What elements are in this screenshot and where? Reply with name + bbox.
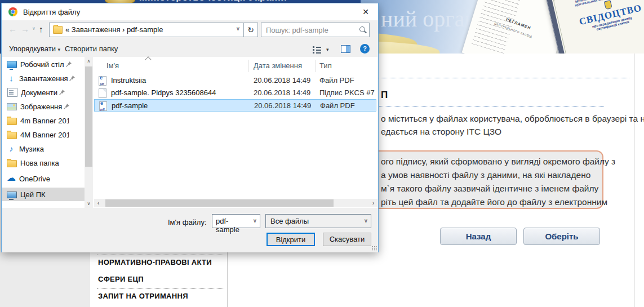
sidebar-item-label: Завантаження <box>19 74 68 83</box>
column-header-type[interactable]: Тип <box>319 61 332 70</box>
sidebar-scrollbar[interactable]: ∧ ∨ <box>85 57 93 208</box>
sidebar-item-this-pc[interactable]: Цей ПК <box>2 188 89 201</box>
sidebar-item-desktop[interactable]: Робочий стіл <box>7 57 85 71</box>
notice-line: ого підпису, який сформовано у вигляді о… <box>381 155 615 168</box>
document-text-lines <box>472 0 523 54</box>
menu-item-spheres[interactable]: СФЕРИ ЕЦП <box>98 275 144 283</box>
column-header-name[interactable]: Ім'я <box>106 61 119 70</box>
help-icon[interactable]: ? <box>360 44 370 54</box>
site-title-fragment: ний орган <box>381 6 477 32</box>
forward-nav-icon[interactable]: → <box>21 24 29 34</box>
address-dropdown-icon[interactable]: ∨ <box>236 25 240 32</box>
pdf-file-icon <box>99 101 107 111</box>
column-separator[interactable] <box>248 60 249 72</box>
scroll-right-icon[interactable]: › <box>369 199 377 207</box>
organize-button[interactable]: Упорядкувати ▾ <box>9 45 60 53</box>
view-mode-caret-icon[interactable]: ▾ <box>326 47 329 52</box>
open-button[interactable]: Відкрити <box>267 233 315 246</box>
new-folder-button[interactable]: Створити папку <box>65 45 118 53</box>
file-date: 20.06.2018 14:49 <box>254 88 310 97</box>
music-icon: ♪ <box>7 144 16 153</box>
filename-input[interactable]: pdf-sample ∨ <box>212 214 260 228</box>
sidebar-item-label: Нова папка <box>20 159 59 167</box>
sidebar-item-4m-banner[interactable]: 4m Banner 2018 <box>7 114 85 127</box>
sort-ascending-icon <box>145 56 151 63</box>
sidebar-item-music[interactable]: ♪ Музика <box>7 142 85 155</box>
scroll-down-icon[interactable]: ∨ <box>85 199 93 208</box>
screen: Міністерство юстиції України ний орган Р… <box>0 0 644 307</box>
file-open-dialog: Відкриття файлу ✕ ← → ∨ ↑ « Завантаження… <box>1 3 379 252</box>
dialog-bottom-band: Ім'я файлу: pdf-sample ∨ Все файлы ∨ Від… <box>2 208 378 252</box>
sidebar-item-onedrive[interactable]: ☁ OneDrive <box>7 172 85 185</box>
resize-grip[interactable] <box>371 246 377 251</box>
file-date: 20.06.2018 14:49 <box>254 101 311 110</box>
chevron-down-icon[interactable]: ∨ <box>364 217 368 224</box>
file-row-pidpys[interactable]: pdf-sample. Pidpys 3235608644 20.06.2018… <box>94 87 376 99</box>
dialog-titlebar[interactable]: Відкриття файлу ✕ <box>2 3 378 20</box>
sidebar-item-downloads[interactable]: ↓ Завантаження <box>7 72 85 85</box>
column-separator[interactable] <box>315 60 316 72</box>
documents-icon <box>7 88 17 97</box>
view-mode-icon[interactable] <box>313 46 321 53</box>
up-one-level-icon[interactable]: ↑ <box>39 24 43 34</box>
search-icon[interactable] <box>359 26 365 32</box>
breadcrumb-folder[interactable]: Завантаження <box>72 25 121 34</box>
sidebar-item-pictures[interactable]: Зображення <box>7 100 85 113</box>
sidebar-scrollbar-thumb[interactable] <box>85 66 92 167</box>
breadcrumb-current[interactable]: pdf-sample <box>127 25 163 34</box>
recent-locations-icon[interactable]: ∨ <box>32 26 35 31</box>
file-row-pdf-sample-selected[interactable]: pdf-sample 20.06.2018 14:49 Файл PDF <box>94 99 376 112</box>
dialog-navigation-row: ← → ∨ ↑ « Завантаження › pdf-sample ∨ ↻ … <box>2 20 378 41</box>
menu-divider <box>97 288 224 289</box>
close-icon[interactable]: ✕ <box>359 6 372 18</box>
file-name: pdf-sample. Pidpys 3235608644 <box>111 88 216 97</box>
search-input[interactable]: Пошук: pdf-sample <box>261 23 370 37</box>
menu-item-request[interactable]: ЗАПИТ НА ОТРИМАННЯ <box>98 292 188 300</box>
file-type: Підпис PKCS #7 <box>319 88 375 97</box>
section-heading-fragment: П <box>381 90 388 101</box>
sidebar-item-new-folder[interactable]: Нова папка <box>7 156 85 170</box>
dialog-title: Відкриття файлу <box>23 8 80 16</box>
file-date: 20.06.2018 14:49 <box>254 76 310 84</box>
sidebar-item-documents[interactable]: Документи <box>7 86 85 99</box>
sidebar-item-label: Документи <box>21 88 57 97</box>
sidebar-item-4M-banner[interactable]: 4M Banner 2018 <box>7 128 85 141</box>
dialog-body: Робочий стіл ↓ Завантаження Документи Зо… <box>2 57 377 208</box>
organize-label: Упорядкувати <box>9 45 56 53</box>
scroll-up-icon[interactable]: ∧ <box>85 57 93 65</box>
chevron-down-icon[interactable]: ∨ <box>253 217 257 224</box>
column-header-date[interactable]: Дата змінення <box>254 61 302 70</box>
info-paragraph-line2: едається на сторону ІТС ЦЗО <box>381 127 501 137</box>
pin-icon <box>69 75 75 81</box>
desktop-icon <box>7 61 17 68</box>
horizontal-scrollbar-thumb[interactable] <box>105 199 334 207</box>
filetype-select[interactable]: Все файлы ∨ <box>265 214 371 228</box>
pictures-icon <box>7 103 17 110</box>
pin-icon <box>66 61 72 67</box>
dialog-toolbar: Упорядкувати ▾ Створити папку ▾ ? <box>2 41 378 57</box>
preview-pane-icon[interactable] <box>341 45 350 53</box>
this-pc-icon <box>7 192 17 198</box>
address-bar[interactable]: « Завантаження › pdf-sample ∨ <box>49 23 244 37</box>
file-row-instruktsiia[interactable]: Instruktsiia 20.06.2018 14:49 Файл PDF <box>94 74 376 87</box>
notice-text: ого підпису, який сформовано у вигляді о… <box>381 155 615 209</box>
folder-icon <box>53 26 63 34</box>
breadcrumb[interactable]: « Завантаження › pdf-sample <box>65 25 163 34</box>
sidebar-item-label: Цей ПК <box>20 190 46 199</box>
sidebar-item-label: Робочий стіл <box>20 60 64 69</box>
refresh-button[interactable]: ↻ <box>243 23 258 37</box>
file-name: pdf-sample <box>112 101 148 110</box>
file-list-horizontal-scrollbar[interactable]: ‹ › <box>94 199 377 207</box>
menu-item-normative-acts[interactable]: НОРМАТИВНО-ПРАВОВІ АКТИ <box>98 258 212 266</box>
breadcrumb-collapse[interactable]: « <box>65 25 69 34</box>
cancel-button[interactable]: Скасувати <box>323 233 371 246</box>
choose-button[interactable]: Оберіть <box>523 228 600 245</box>
content-right-border <box>634 54 634 307</box>
back-button[interactable]: Назад <box>440 228 517 245</box>
scroll-left-icon[interactable]: ‹ <box>94 199 103 207</box>
breadcrumb-separator-icon: › <box>122 25 125 34</box>
back-nav-icon[interactable]: ← <box>8 24 17 34</box>
sidebar-item-label: 4m Banner 2018 <box>20 117 69 125</box>
menu-divider <box>97 254 224 255</box>
caret-down-icon: ▾ <box>58 47 61 52</box>
